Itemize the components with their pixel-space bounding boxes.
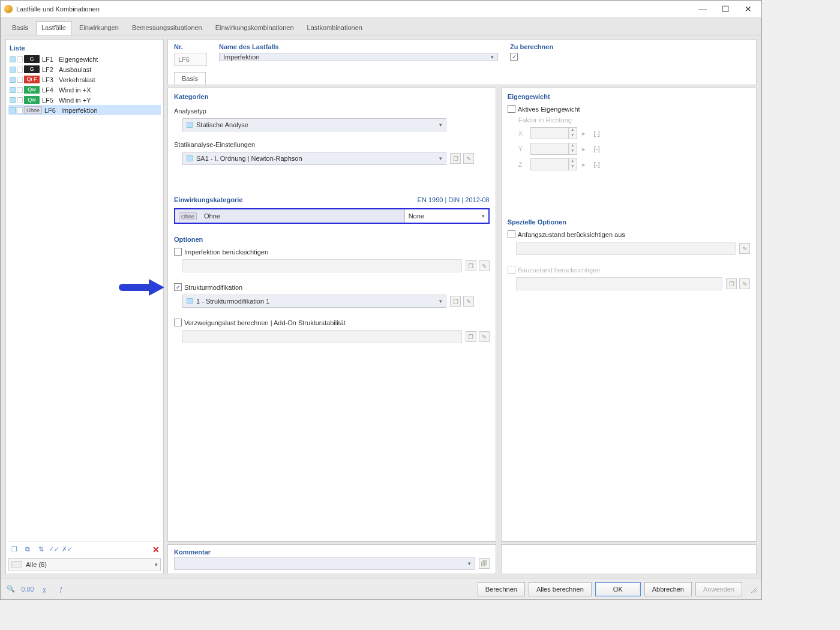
norm-icon[interactable]: χ [39,584,50,595]
category-tag: G [24,65,40,73]
list-item[interactable]: G LF1 Eigengewicht [8,54,161,64]
alles-berechnen-button[interactable]: Alles berechnen [529,582,592,596]
lc-name: Wind in +X [59,86,160,94]
lc-code: LF1 [42,56,59,63]
edit-icon[interactable]: ✎ [739,243,750,254]
list-item[interactable]: Qw LF4 Wind in +X [8,85,161,95]
unit-y: [-] [594,145,600,152]
bau-label: Bauzustand berücksichtigen [518,266,601,274]
name-combo[interactable]: Imperfektion ▾ [219,53,498,61]
actioncat-header: Einwirkungskategorie [174,196,242,205]
tab-einwirkungskombinationen[interactable]: Einwirkungskombinationen [210,21,299,35]
strukt-combo[interactable]: 1 - Strukturmodifikation 1 ▾ [182,295,446,308]
edit-icon[interactable]: ✎ [739,278,750,289]
lc-code: LF4 [42,86,59,94]
anwenden-button: Anwenden [695,582,742,596]
new-icon[interactable]: ❐ [466,260,476,271]
name-value: Imperfektion [223,53,260,61]
titlebar: Lastfälle und Kombinationen — ☐ ✕ [1,1,761,17]
window-controls: — ☐ ✕ [697,4,758,14]
units-icon[interactable]: 0.00 [22,584,33,595]
list-item[interactable]: Qw LF5 Wind in +Y [8,95,161,105]
play-icon[interactable]: ▸ [582,145,586,153]
abbrechen-button[interactable]: Abbrechen [644,582,692,596]
sub-tabstrip: Basis [174,72,750,85]
list-item[interactable]: Ohne LF6 Imperfektion [8,105,161,115]
strukt-checkbox[interactable] [174,283,182,291]
compute-label: Zu berechnen [510,43,750,52]
selfweight-active-label: Aktives Eigengewicht [518,106,580,113]
comment-edit-icon[interactable]: 🗐 [479,558,490,569]
minimize-icon[interactable]: — [697,4,709,14]
list-item[interactable]: Qi F LF3 Verkehrslast [8,74,161,85]
new-icon[interactable]: ❐ [10,545,19,554]
compute-checkbox[interactable] [510,53,518,61]
statik-value: SA1 - I. Ordnung | Newton-Raphson [196,155,302,162]
main-panel: Nr. LF6 Name des Lastfalls Imperfektion … [167,39,757,574]
close-icon[interactable]: ✕ [742,4,754,14]
tab-basis[interactable]: Basis [7,21,34,35]
copy-icon[interactable]: ⧉ [23,545,32,554]
subtab-basis[interactable]: Basis [174,72,206,85]
ok-button[interactable]: OK [595,582,641,596]
name-label: Name des Lastfalls [219,43,498,52]
strukt-value: 1 - Strukturmodifikation 1 [196,298,269,305]
new-settings-icon[interactable]: ❐ [450,153,461,164]
tab-einwirkungen[interactable]: Einwirkungen [74,21,124,35]
tab-lastkombinationen[interactable]: Lastkombinationen [302,21,368,35]
imperf-checkbox[interactable] [174,248,182,256]
script-icon[interactable]: ƒ [56,584,67,595]
tab-lastfaelle[interactable]: Lastfälle [36,21,71,35]
verzweig-checkbox[interactable] [174,319,182,326]
lc-name: Ausbaulast [59,66,160,73]
color-swatch-icon [10,77,16,83]
analysetyp-label: Analysetyp [174,107,490,115]
edit-icon[interactable]: ✎ [479,260,490,271]
edit-settings-icon[interactable]: ✎ [463,153,474,164]
statik-combo[interactable]: SA1 - I. Ordnung | Newton-Raphson ▾ [182,152,446,165]
factor-z-input[interactable]: ▲▼ [530,158,577,170]
new-icon[interactable]: ❐ [726,278,737,289]
list-toolbar: ❐ ⧉ ⇅ ✓✓ ✗✓ ✕ [8,541,161,557]
help-icon[interactable]: 🔍 [5,584,16,595]
list-header: Liste [8,42,161,54]
analysetyp-combo[interactable]: Statische Analyse ▾ [182,118,446,131]
options-header: Optionen [174,236,490,244]
comment-panel: Kommentar ▾ 🗐 [167,544,496,574]
color-swatch-icon [17,87,23,93]
resize-grip-icon[interactable] [749,586,757,593]
play-icon[interactable]: ▸ [582,130,586,137]
list-item[interactable]: G LF2 Ausbaulast [8,64,161,74]
marker-icon [187,155,193,161]
actioncat-value: Ohne [200,212,404,220]
color-swatch-icon [17,67,23,73]
left-panel: Liste G LF1 Eigengewicht G LF2 Ausbaulas… [5,39,164,574]
list-filter-combo[interactable]: Alle (6) ▾ [8,558,161,571]
factor-y-input[interactable]: ▲▼ [530,143,577,155]
bottom-row: Kommentar ▾ 🗐 [167,544,757,574]
tab-bemessungssituationen[interactable]: Bemessungssituationen [127,21,208,35]
berechnen-button[interactable]: Berechnen [478,582,525,596]
special-header: Spezielle Optionen [508,218,750,227]
play-icon[interactable]: ▸ [582,161,586,169]
edit-icon[interactable]: ✎ [463,296,474,307]
new-icon[interactable]: ❐ [450,296,461,307]
check-all-icon[interactable]: ✓✓ [49,545,59,554]
new-icon[interactable]: ❐ [466,331,476,342]
comment-header: Kommentar [174,548,490,557]
color-swatch-icon [10,67,16,73]
loadcase-list[interactable]: G LF1 Eigengewicht G LF2 Ausbaulast Qi F… [8,54,161,541]
sort-icon[interactable]: ⇅ [36,545,46,554]
comment-combo[interactable]: ▾ [174,557,475,570]
selfweight-active-checkbox[interactable] [508,105,515,113]
delete-icon[interactable]: ✕ [152,545,160,554]
anfang-checkbox[interactable] [508,230,515,238]
uncheck-all-icon[interactable]: ✗✓ [62,545,72,554]
actioncat-norm: EN 1990 | DIN | 2012-08 [418,196,490,205]
actioncat-combo[interactable]: Ohne Ohne None ▾ [174,208,490,224]
factor-x-input[interactable]: ▲▼ [530,127,577,139]
category-tag: Qi F [24,76,40,83]
edit-icon[interactable]: ✎ [479,331,490,342]
statik-label: Statikanalyse-Einstellungen [174,141,490,148]
maximize-icon[interactable]: ☐ [719,4,731,14]
